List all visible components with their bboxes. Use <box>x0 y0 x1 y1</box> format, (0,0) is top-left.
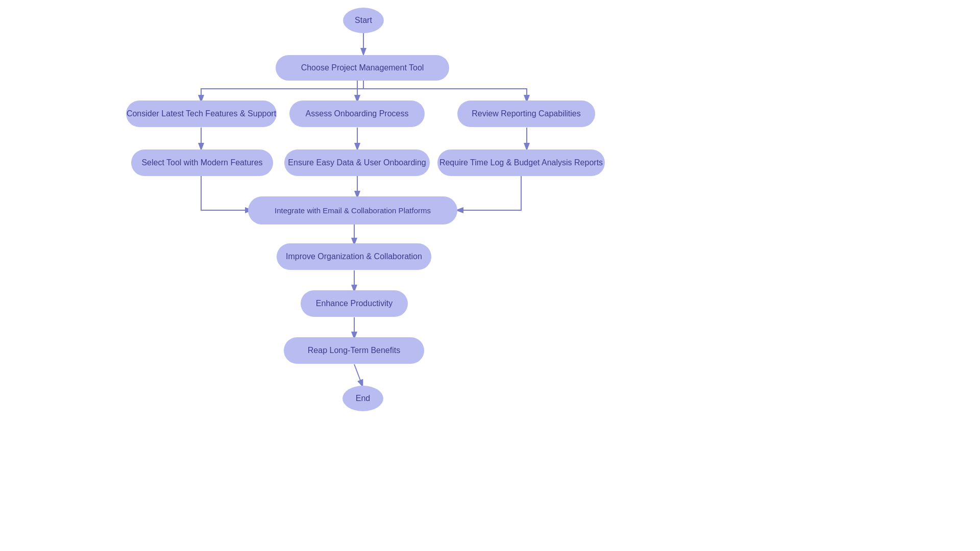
assess-node: Assess Onboarding Process <box>289 101 425 127</box>
improve-node: Improve Organization & Collaboration <box>277 243 431 270</box>
review-node: Review Reporting Capabilities <box>457 101 595 127</box>
ensure-node: Ensure Easy Data & User Onboarding <box>284 149 430 176</box>
enhance-node: Enhance Productivity <box>301 290 408 317</box>
choose-node: Choose Project Management Tool <box>276 55 449 81</box>
connections-svg <box>0 0 980 551</box>
start-node: Start <box>343 8 384 33</box>
svg-line-9 <box>354 364 362 386</box>
integrate-node: Integrate with Email & Collaboration Pla… <box>248 196 457 224</box>
select-node: Select Tool with Modern Features <box>131 149 273 176</box>
reap-node: Reap Long-Term Benefits <box>284 337 424 364</box>
end-node: End <box>342 386 383 411</box>
flowchart-canvas: Start Choose Project Management Tool Con… <box>0 0 980 551</box>
require-node: Require Time Log & Budget Analysis Repor… <box>437 149 605 176</box>
consider-node: Consider Latest Tech Features & Support <box>126 101 277 127</box>
